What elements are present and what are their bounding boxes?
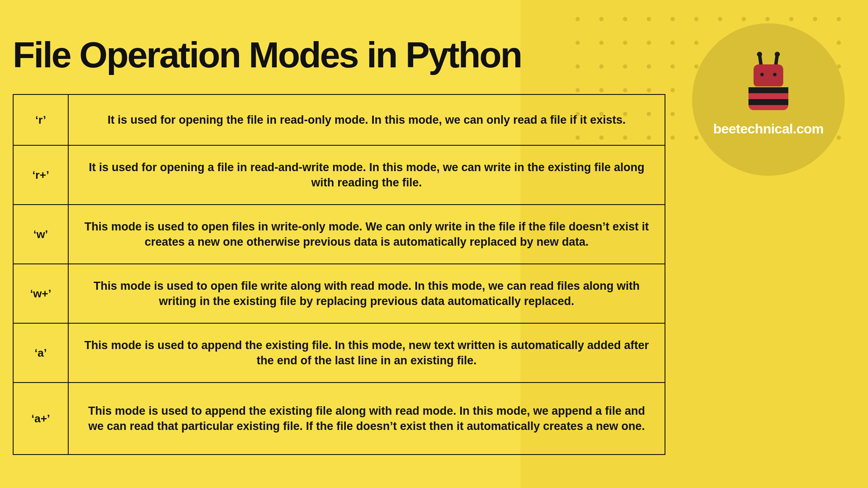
mode-cell: ‘a+’: [13, 383, 68, 455]
table-row: ‘w+’ This mode is used to open file writ…: [13, 264, 665, 323]
mode-cell: ‘r+’: [13, 145, 68, 205]
desc-cell: It is used for opening the file in read-…: [68, 94, 665, 145]
table-row: ‘r+’ It is used for opening a file in re…: [13, 145, 665, 205]
mode-cell: ‘r’: [13, 94, 68, 145]
desc-cell: This mode is used to open files in write…: [68, 205, 665, 264]
table-row: ‘a’ This mode is used to append the exis…: [13, 323, 665, 383]
brand-label: beetechnical.com: [713, 121, 824, 137]
table-row: ‘w’ This mode is used to open files in w…: [13, 205, 665, 264]
mode-cell: ‘a’: [13, 323, 68, 383]
bee-icon: [745, 54, 792, 109]
desc-cell: It is used for opening a file in read-an…: [68, 145, 665, 205]
table-row: ‘r’ It is used for opening the file in r…: [13, 94, 665, 145]
desc-cell: This mode is used to append the existing…: [68, 323, 665, 383]
desc-cell: This mode is used to append the existing…: [68, 383, 665, 455]
mode-cell: ‘w’: [13, 205, 68, 264]
brand-badge: beetechnical.com: [692, 23, 845, 176]
mode-cell: ‘w+’: [13, 264, 68, 323]
page-title: File Operation Modes in Python: [13, 34, 521, 76]
table-row: ‘a+’ This mode is used to append the exi…: [13, 383, 665, 455]
modes-table: ‘r’ It is used for opening the file in r…: [13, 94, 665, 455]
desc-cell: This mode is used to open file write alo…: [68, 264, 665, 323]
